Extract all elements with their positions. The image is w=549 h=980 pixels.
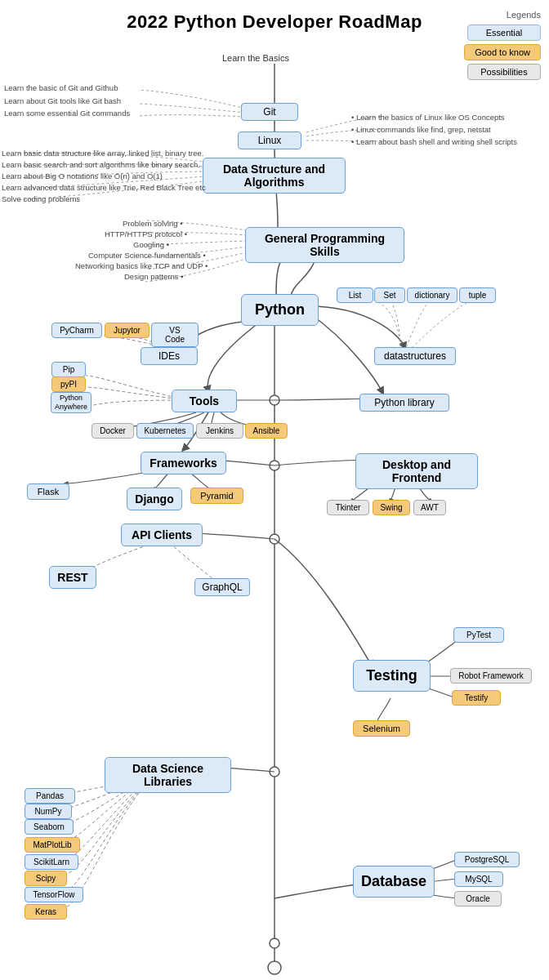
tuple-node: tuple — [459, 287, 496, 303]
git-note-2: Learn about Git tools like Git bash — [4, 96, 121, 105]
linux-note-1: • Learn the basics of Linux like OS Conc… — [351, 113, 505, 122]
testing-node: Testing — [353, 660, 431, 692]
numpy-node: NumPy — [25, 804, 72, 819]
dsa-note-3: Learn about Big O notations like O(n) an… — [2, 172, 163, 180]
python-library-node: Python library — [359, 394, 449, 412]
rest-node: REST — [49, 566, 96, 589]
dsa-note-1: Learn basic data structure like array, l… — [2, 149, 203, 158]
dsa-note-4: Learn advanced data structure like Trie,… — [2, 183, 206, 192]
page-container: 2022 Python Developer RoadMap Legends Es… — [0, 0, 549, 980]
datastructures-node: datastructures — [374, 347, 456, 365]
svg-point-2 — [270, 395, 279, 405]
pycharm-node: PyCharm — [51, 323, 102, 338]
pandas-node: Pandas — [25, 788, 75, 804]
python-anywhere-node: PythonAnywhere — [51, 392, 92, 413]
gp-note-2: HTTP/HTTPS protocol • — [105, 229, 187, 238]
pip-node: Pip — [51, 362, 86, 377]
ansible-node: Ansible — [245, 423, 288, 439]
vscode-node: VS Code — [151, 323, 199, 347]
jenkins-node: Jenkins — [196, 423, 243, 439]
flask-node: Flask — [27, 483, 69, 500]
tkinter-node: Tkinter — [327, 500, 369, 515]
linux-note-3: • Learn about bash shell and writing she… — [351, 137, 517, 146]
kubernetes-node: Kubernetes — [136, 423, 194, 439]
pytest-node: PyTest — [453, 627, 504, 643]
testify-node: Testify — [452, 690, 501, 706]
gp-note-5: Networking basics like TCP and UDP • — [75, 261, 208, 270]
jupytor-node: Jupytor — [105, 323, 150, 338]
swing-node: Swing — [373, 500, 410, 515]
svg-point-3 — [270, 461, 279, 470]
selenium-node: Selenium — [353, 720, 410, 737]
oracle-node: Oracle — [454, 891, 502, 906]
pypi-node: pyPI — [51, 376, 86, 392]
robot-framework-node: Robot Framework — [450, 668, 532, 684]
learn-basics-label: Learn the Basics — [222, 53, 289, 63]
django-node: Django — [127, 488, 182, 510]
dsa-note-2: Learn basic search and sort algorithms l… — [2, 160, 200, 169]
api-clients-node: API Clients — [121, 523, 203, 546]
pyramid-node: Pyramid — [190, 488, 243, 504]
legend-possibilities: Possibilities — [467, 64, 541, 80]
seaborn-node: Seaborn — [25, 819, 74, 835]
keras-node: Keras — [25, 904, 67, 920]
svg-point-5 — [270, 767, 279, 777]
legend-essential: Essential — [467, 24, 541, 41]
gp-note-6: Design patterns • — [124, 272, 184, 281]
git-note-3: Learn some essential Git commands — [4, 109, 130, 118]
desktop-frontend-node: Desktop and Frontend — [355, 453, 478, 489]
tensorflow-node: TensorFlow — [25, 887, 83, 902]
legend-title: Legends — [507, 10, 541, 20]
git-note-1: Learn the basic of Git and Github — [4, 83, 118, 92]
tools-node: Tools — [172, 390, 237, 412]
ides-node: IDEs — [141, 347, 198, 365]
postgresql-node: PostgreSQL — [454, 852, 520, 867]
data-science-node: Data Science Libraries — [105, 757, 231, 793]
legend: Legends Essential Good to know Possibili… — [464, 10, 541, 80]
mysql-node: MySQL — [454, 871, 503, 887]
frameworks-node: Frameworks — [141, 452, 226, 474]
svg-point-7 — [268, 961, 281, 974]
svg-point-6 — [270, 938, 279, 948]
gp-note-4: Computer Science fundamentals • — [88, 251, 206, 260]
python-node: Python — [241, 294, 319, 326]
gp-note-3: Googling • — [133, 240, 169, 249]
linux-note-2: • Linux commands like find, grep, netsta… — [351, 125, 491, 134]
set-node: Set — [374, 287, 405, 303]
legend-good: Good to know — [464, 44, 541, 60]
dsa-node: Data Structure and Algorithms — [203, 158, 346, 194]
dsa-note-5: Solve coding problems — [2, 194, 80, 203]
awt-node: AWT — [413, 500, 446, 515]
list-node: List — [337, 287, 373, 303]
matplotlib-node: MatPlotLib — [25, 837, 80, 853]
general-prog-node: General Programming Skills — [245, 227, 404, 263]
git-node: Git — [241, 103, 298, 121]
scikitlearn-node: ScikitLarn — [25, 854, 78, 870]
graphql-node: GraphQL — [194, 578, 250, 596]
scipy-node: Scipy — [25, 871, 67, 886]
docker-node: Docker — [92, 423, 134, 439]
linux-node: Linux — [238, 131, 301, 149]
gp-note-1: Problem solving • — [123, 219, 183, 228]
database-node: Database — [353, 866, 435, 898]
svg-point-4 — [270, 534, 279, 544]
dictionary-node: dictionary — [407, 287, 458, 303]
